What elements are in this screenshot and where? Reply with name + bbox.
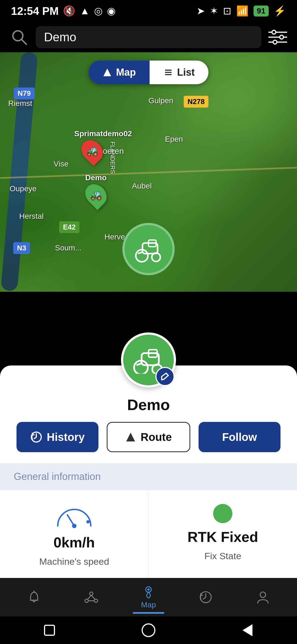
map-floating-tractor [122,223,175,275]
map-label-oupeye: Oupeye [10,184,37,193]
circle-icon-1: ◎ [94,5,103,17]
nav-map-label: Map [141,601,156,609]
map-road [0,167,297,179]
android-back-btn[interactable] [238,621,257,640]
speed-label: Machine's speed [39,556,109,567]
map-pin-icon [141,583,156,598]
svg-line-19 [138,252,143,254]
filter-icon[interactable] [267,26,289,48]
svg-line-33 [67,515,74,526]
map-label-herve: Herve [105,233,125,241]
battery-level: 91 [254,6,269,17]
wifi-icon: 📶 [236,5,249,17]
pin-label-sprimatdemo02: Sprimatdemo02 [74,129,132,138]
charging-icon: ⚡ [274,5,286,17]
nav-notifications[interactable] [18,587,50,607]
nav-map[interactable]: Map [133,581,164,614]
avatar-wrapper [121,332,176,388]
svg-point-2 [272,30,276,34]
map-area[interactable]: Riemst Gulpen Epen Vise Oupeye Aubel Her… [0,52,297,292]
svg-marker-31 [126,433,135,441]
edit-icon [160,371,170,382]
nav-profile[interactable] [247,587,279,607]
history-nav-icon [198,590,213,605]
map-toggle-map-label: Map [116,67,136,78]
road-badge-e42: E42 [59,221,79,233]
pin-sublabel: oeren [103,146,124,156]
android-circle-icon [142,623,155,637]
search-input-value: Demo [44,30,76,44]
mute-icon: 🔇 [63,5,75,17]
svg-point-46 [260,592,266,597]
info-cards: 0km/h Machine's speed RTK Fixed Fix Stat… [0,490,297,578]
nav-history[interactable] [190,587,221,607]
nav-fleet[interactable] [76,587,107,607]
svg-point-44 [147,588,150,591]
android-recent-btn[interactable] [40,621,59,640]
svg-point-5 [280,35,284,39]
map-toggle-list-label: List [177,67,195,78]
follow-button[interactable]: Follow [199,422,280,452]
action-buttons: History Route Follow [0,422,297,463]
search-bar: Demo [0,22,297,52]
svg-point-38 [85,599,88,602]
svg-line-40 [88,595,91,599]
map-pin-demo[interactable]: Demo 🚜 [85,173,107,207]
svg-point-37 [90,592,93,595]
speedometer-icon [52,504,96,529]
map-pin-sprimatdemo02[interactable]: Sprimatdemo02 🚜 oeren [74,129,132,163]
android-home-btn[interactable] [139,621,158,640]
map-label-vise: Vise [54,160,68,168]
history-button[interactable]: History [16,422,98,452]
follow-button-label: Follow [222,431,257,443]
search-svg [11,29,28,45]
svg-point-34 [86,520,90,523]
map-label-herstal: Herstal [19,212,44,221]
android-nav [0,616,297,644]
filter-svg [268,28,287,47]
map-label-riemst: Riemst [8,99,32,108]
svg-rect-17 [142,243,158,254]
search-input-box[interactable]: Demo [36,26,261,48]
status-bar: 12:54 PM 🔇 ▲ ◎ ◉ ➤ ✶ ⊡ 📶 91 ⚡ [0,0,297,22]
user-icon [255,590,270,605]
svg-rect-22 [142,353,159,365]
rtk-sublabel: Fix State [204,551,241,561]
status-time: 12:54 PM [11,5,59,17]
road-badge-n79: N79 [14,88,35,99]
bottom-panel: Demo History Route Follow General inform… [0,365,297,644]
map-tractor-circle [122,223,175,275]
map-toggle-list[interactable]: List [150,61,208,84]
route-button-label: Route [141,431,172,443]
route-button[interactable]: Route [107,422,190,452]
map-label-epen: Epen [165,135,183,144]
bottom-nav: Map [0,578,297,616]
circle-icon-2: ◉ [107,5,116,17]
map-toggle-map[interactable]: Map [89,61,150,84]
info-card-rtk: RTK Fixed Fix State [149,490,297,578]
android-square-icon [44,625,55,636]
nodes-icon [84,590,99,605]
info-card-speed: 0km/h Machine's speed [0,490,149,578]
history-button-label: History [47,431,85,443]
svg-line-29 [162,379,164,380]
svg-line-26 [162,373,166,376]
search-icon[interactable] [8,26,30,48]
svg-marker-11 [103,69,111,76]
rtk-status-dot [213,504,232,523]
route-icon [125,432,136,443]
map-background: Riemst Gulpen Epen Vise Oupeye Aubel Her… [0,52,297,292]
info-section-header: General information [0,463,297,490]
road-badge-n3: N3 [13,242,30,254]
svg-line-28 [164,375,168,379]
map-label-aubel: Aubel [132,182,152,190]
map-label-soum: Soum... [55,244,81,252]
svg-line-41 [91,595,95,599]
map-list-toggle[interactable]: Map List [89,61,208,84]
speed-value: 0km/h [54,534,95,551]
battery-x-icon: ⊡ [223,5,231,17]
edit-avatar-badge[interactable] [155,367,175,386]
pin-label-demo: Demo [85,173,107,182]
svg-point-8 [273,40,277,44]
tractor-svg-map [133,234,164,264]
